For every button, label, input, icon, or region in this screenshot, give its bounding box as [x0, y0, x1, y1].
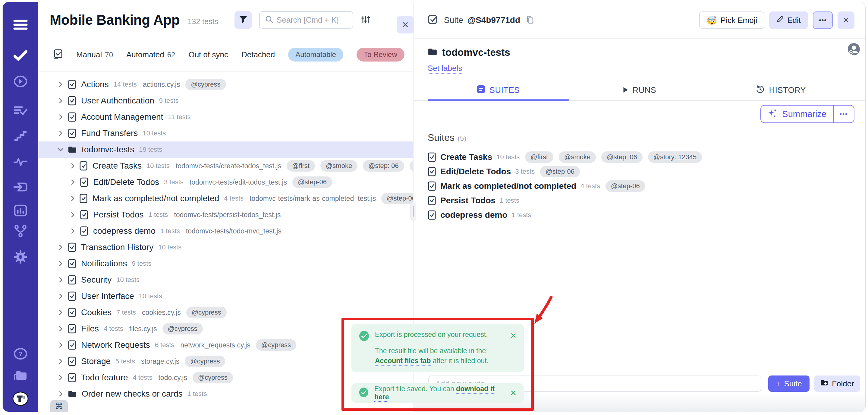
chevron-right-icon[interactable] [57, 130, 65, 137]
tag[interactable]: @cypress [186, 307, 227, 318]
tree-row[interactable]: todomvc-tests19 tests [38, 142, 413, 158]
tree-row[interactable]: User Interface10 tests [38, 288, 413, 304]
chevron-right-icon[interactable] [57, 358, 65, 365]
tests-check-icon[interactable] [12, 47, 29, 64]
tree-row[interactable]: Actions14 testsactions.cy.js@cypress [38, 76, 413, 93]
settings-gear-icon[interactable] [12, 249, 29, 265]
copy-id-button[interactable] [524, 14, 535, 27]
suite-list-item[interactable]: Edit/Delete Todos3 tests@step-06 [428, 165, 865, 179]
chevron-right-icon[interactable] [57, 374, 65, 381]
tag[interactable]: @step: 06 [601, 151, 643, 163]
tag[interactable]: @step-06 [292, 176, 332, 188]
advanced-filter-button[interactable] [361, 15, 370, 25]
tree-row[interactable]: Mark as completed/not completed4 teststo… [38, 190, 413, 207]
account-files-tab-link[interactable]: Account files tab [375, 357, 431, 365]
tab-suites[interactable]: SUITES [428, 80, 569, 100]
chevron-right-icon[interactable] [57, 309, 65, 316]
summarize-button[interactable]: Summarize ••• [761, 105, 855, 123]
edit-button[interactable]: Edit [769, 11, 808, 29]
tab-runs[interactable]: RUNS [569, 80, 710, 100]
tag[interactable]: @step-06 [540, 166, 580, 177]
toast-close-icon[interactable]: ✕ [510, 388, 517, 398]
tree-row[interactable]: Cookies7 testscookies.cy.js@cypress [38, 304, 413, 321]
filter-tab-out-of-sync[interactable]: Out of sync [188, 50, 228, 59]
tree-row[interactable]: Notifications9 tests [38, 256, 413, 272]
assignee-avatar[interactable] [847, 42, 861, 57]
tree-row[interactable]: Account Management11 tests [38, 109, 413, 125]
chevron-right-icon[interactable] [57, 342, 65, 349]
suite-list-item[interactable]: Mark as completed/not completed4 tests@s… [428, 179, 865, 193]
pick-emoji-button[interactable]: 🤯 Pick Emoji [699, 11, 764, 29]
tag[interactable]: @cypress [162, 323, 203, 334]
more-actions-button[interactable]: ••• [813, 11, 833, 29]
tag[interactable]: @smoke [559, 151, 596, 163]
pulse-activity-icon[interactable] [12, 153, 29, 170]
steps-icon[interactable] [12, 127, 29, 144]
tag[interactable]: @story: 12345 [410, 160, 413, 172]
chevron-right-icon[interactable] [57, 276, 65, 284]
tree-row[interactable]: Edit/Delete Todos3 teststodomvc-tests/ed… [38, 174, 413, 190]
chevron-right-icon[interactable] [57, 81, 65, 88]
help-icon[interactable]: ? [12, 346, 29, 362]
tree-row[interactable]: Create Tasks10 teststodomvc-tests/create… [38, 158, 413, 174]
tag[interactable]: @story: 12345 [648, 151, 702, 163]
tab-history[interactable]: HISTORY [710, 80, 851, 100]
search-input[interactable] [277, 16, 343, 25]
toast-close-icon[interactable]: ✕ [510, 331, 517, 340]
filter-pill-to-review[interactable]: To Review [356, 48, 404, 62]
tree-row[interactable]: User Authentication9 tests [38, 93, 413, 109]
suite-list-item[interactable]: Persist Todos1 tests [428, 193, 865, 208]
tree-row[interactable]: Security10 tests [38, 272, 413, 288]
suite-list-item[interactable]: codepress demo1 tests [428, 208, 865, 222]
tag[interactable]: @smoke [320, 160, 358, 172]
summarize-more-button[interactable]: ••• [834, 111, 854, 118]
chevron-right-icon[interactable] [69, 228, 77, 235]
chevron-right-icon[interactable] [57, 390, 65, 397]
filter-tab-automated[interactable]: Automated62 [126, 50, 175, 59]
chevron-right-icon[interactable] [69, 195, 76, 202]
logo[interactable] [12, 391, 29, 407]
git-branch-icon[interactable] [12, 223, 29, 239]
tag[interactable]: @step-06 [606, 180, 645, 192]
tag[interactable]: @cypress [185, 356, 225, 367]
close-panel-button[interactable]: ✕ [397, 16, 414, 33]
chevron-right-icon[interactable] [69, 179, 77, 186]
import-icon[interactable] [12, 179, 29, 195]
tag[interactable]: @step: 06 [363, 160, 404, 172]
analytics-chart-icon[interactable] [12, 202, 29, 219]
chevron-right-icon[interactable] [57, 97, 65, 105]
tag[interactable]: @cypress [193, 372, 233, 383]
tag[interactable]: @first [287, 160, 315, 172]
tree-row[interactable]: codepress demo1 teststodomvc-tests/todo-… [38, 223, 413, 239]
filter-tab-detached[interactable]: Detached [241, 50, 275, 59]
chevron-right-icon[interactable] [69, 211, 77, 218]
tree-row[interactable]: Transaction History10 tests [38, 239, 413, 256]
set-labels-link[interactable]: Set labels [428, 64, 462, 73]
chevron-right-icon[interactable] [57, 113, 65, 121]
projects-folder-icon[interactable] [12, 368, 29, 384]
filter-pill-automatable[interactable]: Automatable [288, 48, 343, 62]
command-palette-button[interactable]: ⌘ [50, 400, 68, 412]
tag[interactable]: @cypress [256, 339, 296, 351]
add-suite-button[interactable]: + Suite [768, 376, 809, 392]
suite-list-item[interactable]: Create Tasks10 tests@first@smoke@step: 0… [428, 150, 865, 165]
bulk-select-icon[interactable] [53, 49, 63, 60]
close-detail-button[interactable]: ✕ [838, 11, 855, 29]
chevron-down-icon[interactable] [57, 146, 65, 153]
filter-button[interactable] [235, 11, 252, 29]
tag[interactable]: @first [525, 151, 553, 163]
tree-row[interactable]: Persist Todos1 teststodomvc-tests/persis… [38, 207, 413, 223]
chevron-right-icon[interactable] [57, 325, 65, 332]
panel-resize-handle[interactable] [410, 202, 416, 220]
plans-list-check-icon[interactable] [12, 102, 29, 119]
runs-play-icon[interactable] [12, 73, 29, 90]
tag[interactable]: @cypress [185, 79, 226, 90]
chevron-right-icon[interactable] [57, 244, 65, 251]
chevron-right-icon[interactable] [57, 293, 65, 300]
add-folder-button[interactable]: Folder [814, 376, 860, 392]
chevron-right-icon[interactable] [69, 162, 76, 170]
filter-tab-manual[interactable]: Manual70 [76, 50, 113, 59]
tag[interactable]: @step-06 [381, 193, 413, 204]
menu-icon[interactable] [12, 17, 29, 33]
tree-row[interactable]: Fund Transfers10 tests [38, 125, 413, 142]
